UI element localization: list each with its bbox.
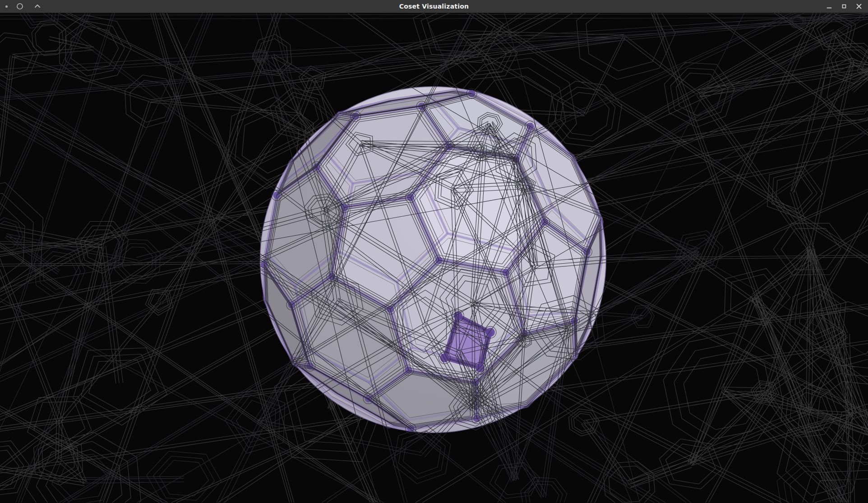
window-title: Coset Visualization <box>0 3 868 10</box>
viewport-3d[interactable] <box>0 13 868 503</box>
maximize-button[interactable] <box>839 1 850 12</box>
dot-icon <box>5 5 8 8</box>
scene-svg <box>0 13 868 503</box>
titlebar-left-icons <box>0 1 43 12</box>
titlebar[interactable]: Coset Visualization <box>0 0 868 13</box>
close-button[interactable] <box>854 1 864 12</box>
circle-outline-icon[interactable] <box>14 1 25 12</box>
window-controls <box>824 1 868 12</box>
app-window: Coset Visualization <box>0 0 868 503</box>
minimize-button[interactable] <box>824 1 835 12</box>
chevron-up-icon[interactable] <box>32 1 43 12</box>
